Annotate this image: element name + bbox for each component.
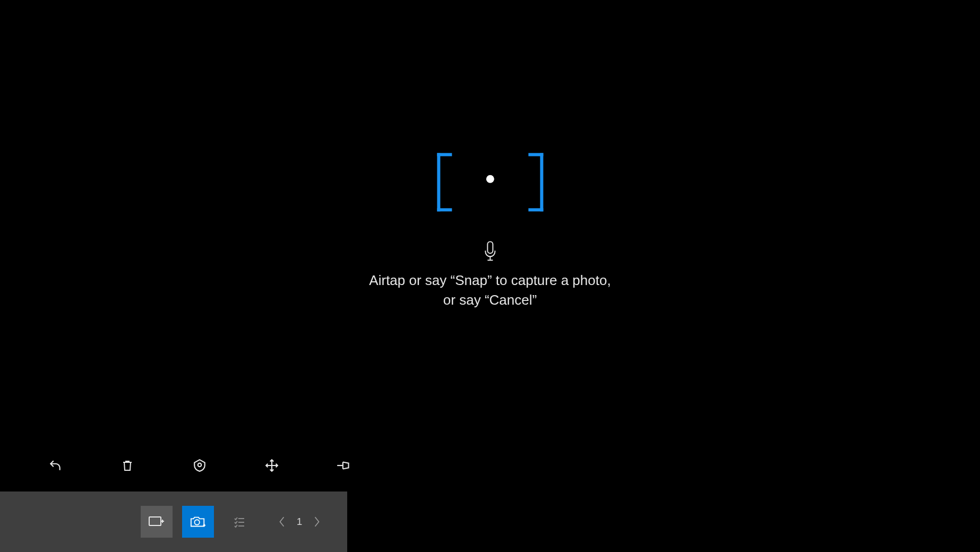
svg-rect-0 xyxy=(487,242,493,253)
move-button[interactable] xyxy=(263,457,280,474)
pin-icon xyxy=(336,460,352,471)
bottom-bar: 1 xyxy=(0,491,347,552)
svg-point-3 xyxy=(198,463,202,467)
locate-button[interactable] xyxy=(191,457,208,474)
pin-button[interactable] xyxy=(336,457,353,474)
page-number: 1 xyxy=(291,516,307,528)
prev-page-button[interactable] xyxy=(272,512,291,531)
trash-icon xyxy=(121,459,134,472)
locate-icon xyxy=(193,459,207,472)
microphone-icon xyxy=(484,241,496,261)
svg-point-5 xyxy=(194,520,199,524)
capture-instructions-block: Airtap or say “Snap” to capture a photo,… xyxy=(369,153,611,310)
chevron-right-icon xyxy=(313,516,321,528)
chevron-left-icon xyxy=(278,516,286,528)
capture-instructions: Airtap or say “Snap” to capture a photo,… xyxy=(369,271,611,310)
delete-button[interactable] xyxy=(119,457,136,474)
page-nav: 1 xyxy=(272,512,326,531)
reticle-bracket-right xyxy=(528,153,543,211)
next-page-button[interactable] xyxy=(307,512,326,531)
camera-icon xyxy=(190,515,206,529)
list-icon xyxy=(233,515,246,528)
move-icon xyxy=(265,459,279,472)
capture-instructions-line1: Airtap or say “Snap” to capture a photo, xyxy=(369,271,611,291)
svg-rect-4 xyxy=(149,517,161,525)
capture-instructions-line2: or say “Cancel” xyxy=(369,291,611,311)
capture-reticle xyxy=(437,153,543,205)
list-button[interactable] xyxy=(223,506,255,538)
reticle-bracket-left xyxy=(437,153,452,211)
undo-icon xyxy=(48,459,62,472)
floating-tool-row xyxy=(47,457,353,474)
camera-capture-view: Airtap or say “Snap” to capture a photo,… xyxy=(0,0,980,552)
reticle-cursor-dot xyxy=(486,175,494,183)
annotate-button[interactable] xyxy=(141,506,173,538)
undo-button[interactable] xyxy=(47,457,64,474)
annotate-icon xyxy=(148,515,165,528)
camera-button[interactable] xyxy=(182,506,214,538)
